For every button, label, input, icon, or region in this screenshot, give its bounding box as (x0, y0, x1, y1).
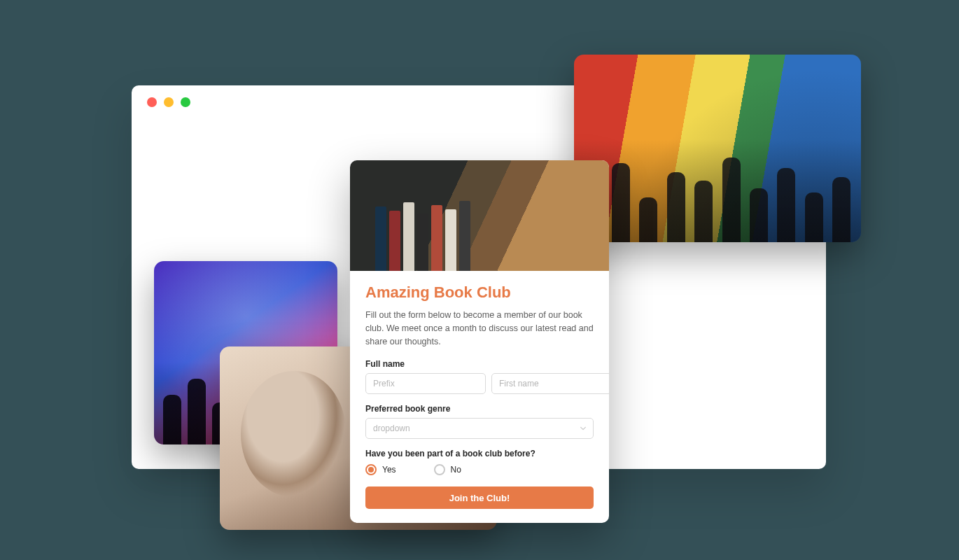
radio-yes-label: Yes (382, 465, 396, 475)
prior-member-label: Have you been part of a book club before… (365, 449, 594, 458)
radio-no-icon (434, 464, 445, 475)
genre-label: Preferred book genre (365, 404, 594, 414)
first-name-input[interactable] (491, 373, 609, 394)
form-title: Amazing Book Club (365, 284, 594, 302)
radio-yes[interactable]: Yes (365, 464, 396, 475)
form-hero-image (350, 160, 609, 271)
traffic-light-zoom-icon[interactable] (181, 97, 190, 107)
genre-dropdown-placeholder: dropdown (373, 424, 410, 433)
radio-no-label: No (451, 465, 461, 475)
photo-rainbow-crowd (574, 55, 861, 242)
traffic-light-close-icon[interactable] (147, 97, 157, 107)
full-name-label: Full name (365, 359, 594, 369)
join-button[interactable]: Join the Club! (365, 486, 594, 509)
radio-yes-icon (365, 464, 377, 475)
form-description: Fill out the form below to become a memb… (365, 309, 594, 348)
traffic-light-minimize-icon[interactable] (164, 97, 174, 107)
prefix-input[interactable] (365, 373, 486, 394)
radio-no[interactable]: No (434, 464, 461, 475)
chevron-down-icon (580, 425, 587, 432)
genre-dropdown[interactable]: dropdown (365, 418, 594, 439)
signup-form-card: Amazing Book Club Fill out the form belo… (350, 160, 609, 523)
